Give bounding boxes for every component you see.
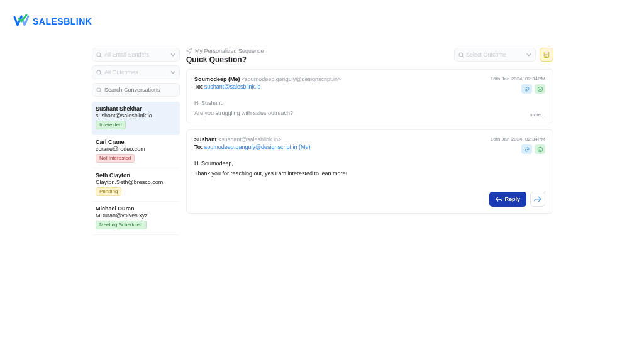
- search-icon: [96, 52, 102, 58]
- svg-line-3: [100, 74, 101, 75]
- svg-point-0: [97, 53, 101, 57]
- brand-logo: SALESBLINK: [13, 14, 92, 29]
- status-badge: Meeting Scheduled: [96, 221, 147, 229]
- contact-email: sushant@salesblink.io: [96, 112, 176, 119]
- reply-label: Reply: [504, 196, 520, 202]
- contact-name: Carl Crane: [96, 139, 176, 145]
- message-to: To: sushant@salesblink.io: [194, 84, 341, 90]
- conversation-subject: Quick Question?: [186, 55, 264, 64]
- search-icon: [96, 87, 102, 93]
- notes-button[interactable]: [540, 48, 553, 62]
- brand-mark-icon: [13, 14, 30, 29]
- expand-message-button[interactable]: more...: [530, 112, 545, 117]
- chevron-down-icon: [170, 70, 175, 75]
- reply-button[interactable]: Reply: [489, 192, 526, 207]
- status-badge: Pending: [96, 187, 121, 196]
- search-conversations-input[interactable]: [92, 83, 180, 97]
- search-icon: [96, 70, 102, 75]
- message-card[interactable]: Soumodeep (Me) <soumodeep.ganguly@design…: [186, 69, 553, 123]
- select-outcome-placeholder: Select Outcome: [466, 52, 506, 58]
- note-icon: [543, 51, 550, 58]
- contact-name: Sushant Shekhar: [96, 106, 176, 112]
- status-badge: Not Interested: [96, 154, 135, 163]
- contact-email: MDuran@volves.xyz: [96, 212, 176, 219]
- svg-line-7: [462, 56, 464, 57]
- message-from: Soumodeep (Me) <soumodeep.ganguly@design…: [194, 76, 341, 82]
- whatsapp-icon: [537, 146, 543, 153]
- contact-item[interactable]: Sushant Shekhar sushant@salesblink.io In…: [92, 102, 180, 135]
- inbox-sidebar: All Email Senders All Outcomes Sushant S…: [92, 48, 180, 268]
- contact-name: Seth Clayton: [96, 172, 176, 178]
- message-to: To: soumodeep.ganguly@designscript.in (M…: [194, 144, 311, 150]
- contact-email: Clayton.Seth@bresco.com: [96, 179, 176, 185]
- whatsapp-button[interactable]: [535, 144, 545, 154]
- message-body: Hi Soumodeep, Thank you for reaching out…: [194, 160, 545, 177]
- whatsapp-icon: [537, 86, 543, 92]
- chevron-down-icon: [526, 52, 531, 57]
- contact-item[interactable]: Carl Crane ccrane@rodeo.com Not Interest…: [92, 135, 180, 168]
- message-timestamp: 16th Jan 2024, 02:34PM: [491, 76, 545, 82]
- svg-point-6: [459, 53, 463, 57]
- filter-senders-placeholder: All Email Senders: [104, 52, 149, 58]
- svg-line-5: [100, 91, 101, 92]
- forward-icon: [534, 195, 541, 203]
- contact-list: Sushant Shekhar sushant@salesblink.io In…: [92, 102, 180, 235]
- breadcrumb-label: My Personalized Sequence: [195, 48, 264, 54]
- copy-link-button[interactable]: [521, 84, 532, 94]
- copy-link-button[interactable]: [521, 144, 532, 154]
- filter-outcomes-placeholder: All Outcomes: [104, 69, 138, 75]
- send-icon: [186, 48, 192, 54]
- message-card: Sushant <sushant@salesblink.io> To: soum…: [186, 129, 553, 214]
- link-icon: [524, 146, 530, 153]
- to-email-link[interactable]: soumodeep.ganguly@designscript.in: [204, 144, 297, 150]
- contact-item[interactable]: Michael Duran MDuran@volves.xyz Meeting …: [92, 202, 180, 235]
- conversation-panel: My Personalized Sequence Quick Question?…: [186, 48, 553, 268]
- message-timestamp: 16th Jan 2024, 02:34PM: [491, 136, 545, 142]
- contact-item[interactable]: Seth Clayton Clayton.Seth@bresco.com Pen…: [92, 168, 180, 202]
- message-from: Sushant <sushant@salesblink.io>: [194, 136, 311, 143]
- breadcrumb: My Personalized Sequence: [186, 48, 264, 54]
- link-icon: [524, 86, 530, 92]
- chevron-down-icon: [170, 52, 175, 57]
- reply-icon: [496, 196, 502, 202]
- message-body-preview: Hi Sushant, Are you struggling with sale…: [194, 100, 545, 116]
- contact-name: Michael Duran: [96, 205, 176, 212]
- status-badge: Interested: [96, 121, 126, 129]
- filter-senders-dropdown[interactable]: All Email Senders: [92, 48, 180, 62]
- whatsapp-button[interactable]: [535, 84, 545, 94]
- to-email-link[interactable]: sushant@salesblink.io: [204, 84, 261, 90]
- forward-button[interactable]: [530, 192, 545, 207]
- contact-email: ccrane@rodeo.com: [96, 146, 176, 152]
- svg-point-4: [97, 88, 101, 92]
- brand-name: SALESBLINK: [33, 16, 92, 26]
- search-conversations-field[interactable]: [104, 87, 175, 93]
- search-icon: [458, 52, 464, 58]
- filter-outcomes-dropdown[interactable]: All Outcomes: [92, 65, 180, 79]
- svg-line-1: [100, 56, 101, 57]
- select-outcome-dropdown[interactable]: Select Outcome: [454, 48, 536, 62]
- svg-point-2: [97, 70, 101, 74]
